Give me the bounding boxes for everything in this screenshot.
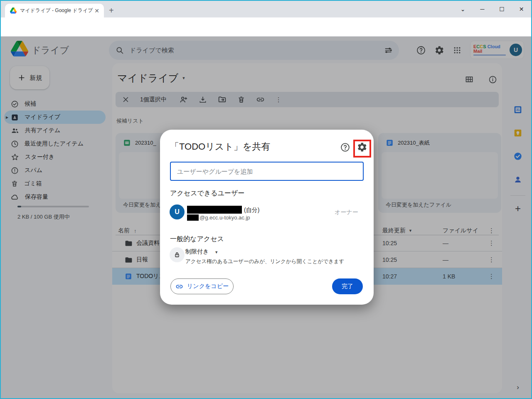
storage-progressbar: [17, 206, 89, 207]
row-menu-icon[interactable]: ⋮: [488, 251, 495, 268]
search-options-icon[interactable]: [384, 46, 392, 54]
share-dialog-title: 「TODOリスト」を共有: [170, 140, 270, 153]
clock-icon: [11, 140, 19, 148]
add-people-input[interactable]: [170, 162, 364, 181]
card-footer: 今日変更を加えたファイル: [386, 201, 451, 209]
window-chevron-icon[interactable]: ⌄: [453, 1, 473, 17]
page-title[interactable]: マイドライブ ▼: [117, 71, 185, 85]
suggestions-section-label: 候補リスト: [116, 117, 144, 125]
share-dialog: 「TODOリスト」を共有 アクセスできるユーザー U (自分) @g.ecc.u…: [160, 130, 374, 305]
copy-link-button[interactable]: リンクをコピー: [170, 278, 234, 294]
access-section-heading: アクセスできるユーザー: [170, 189, 244, 198]
sidebar-item-starred[interactable]: スター付き: [4, 150, 106, 164]
card-file-name: 202310_表紙: [398, 139, 430, 147]
docs-file-icon: [386, 139, 394, 147]
clear-selection-icon[interactable]: [122, 96, 129, 103]
browser-titlebar: マイドライブ - Google ドライブ ✕ + ⌄ ─ ☐ ✕: [1, 1, 531, 17]
sidebar-item-shared[interactable]: 共有アイテム: [4, 124, 106, 137]
svg-text:31: 31: [516, 108, 520, 112]
general-access-heading: 一般的なアクセス: [170, 235, 224, 244]
redacted-email-user: [187, 214, 199, 221]
search-placeholder: ドライブで検索: [130, 47, 174, 54]
link-icon: [175, 283, 183, 291]
help-icon[interactable]: [415, 44, 427, 56]
plus-icon: [17, 74, 26, 82]
trash-icon: [11, 180, 18, 187]
sidebar-item-trash[interactable]: ゴミ箱: [4, 177, 106, 190]
row-modified: 10:27: [382, 268, 397, 285]
calendar-icon[interactable]: 31: [513, 105, 523, 115]
lock-icon: [170, 247, 185, 262]
rail-divider: [510, 195, 525, 196]
annotation-highlight-box: [353, 140, 371, 158]
get-link-icon[interactable]: [256, 95, 265, 104]
storage-usage-text: 2 KB / 100 GB 使用中: [17, 213, 70, 221]
dialog-help-icon[interactable]: [339, 141, 351, 153]
search-icon: [116, 46, 124, 54]
delete-icon[interactable]: [237, 96, 245, 103]
alert-circle-icon: [11, 167, 19, 175]
new-button[interactable]: 新規: [10, 66, 49, 89]
check-circle-icon: [11, 100, 19, 108]
move-folder-icon[interactable]: [218, 95, 227, 104]
my-drive-icon: [11, 113, 19, 121]
tasks-icon[interactable]: [513, 151, 523, 161]
sort-desc-icon: ▼: [409, 229, 412, 233]
settings-gear-icon[interactable]: [433, 44, 445, 56]
keep-icon[interactable]: [513, 128, 523, 138]
download-icon[interactable]: [199, 96, 207, 104]
window-close-button[interactable]: ✕: [512, 1, 531, 17]
sheets-file-icon: [123, 139, 131, 147]
browser-tab[interactable]: マイドライブ - Google ドライブ ✕: [5, 4, 104, 17]
window-maximize-button[interactable]: ☐: [492, 1, 512, 17]
tab-close-icon[interactable]: ✕: [93, 7, 101, 14]
row-menu-icon[interactable]: ⋮: [488, 268, 495, 285]
screenshot-root: マイドライブ - Google ドライブ ✕ + ⌄ ─ ☐ ✕ ← → ⟳ d…: [0, 0, 532, 399]
card-file-name: 202310_: [135, 140, 156, 146]
access-level-dropdown[interactable]: 制限付き ▼: [185, 248, 218, 256]
row-name: 日報: [136, 251, 148, 268]
account-badge[interactable]: ECCS Cloud Mail U: [470, 41, 524, 59]
sidebar-item-my-drive[interactable]: ▶ マイドライブ: [4, 111, 106, 124]
dropdown-caret-icon: ▼: [214, 250, 218, 254]
contacts-icon[interactable]: [513, 175, 523, 185]
apps-grid-icon[interactable]: [451, 44, 463, 56]
window-minimize-button[interactable]: ─: [473, 1, 492, 17]
browser-toolbar: ← → ⟳ drive.google.com/drive/my-drive ☆ …: [1, 17, 531, 37]
info-icon[interactable]: [487, 74, 498, 85]
done-button[interactable]: 完了: [332, 278, 363, 294]
sidebar-item-suggested[interactable]: 候補: [4, 97, 106, 111]
card-preview: [382, 152, 498, 199]
folder-icon: [125, 251, 133, 268]
suggestion-card-docs[interactable]: 202310_表紙 今日変更を加えたファイル: [378, 133, 501, 213]
title-caret-icon: ▼: [182, 76, 185, 80]
owner-email-domain: @g.ecc.u-tokyo.ac.jp: [200, 214, 250, 221]
account-badge-subtext: [473, 54, 506, 56]
sidebar-item-spam[interactable]: スパム: [4, 164, 106, 177]
drive-search-input[interactable]: ドライブで検索: [109, 41, 399, 60]
sort-asc-icon: ↑: [134, 228, 137, 234]
share-add-person-icon[interactable]: [179, 95, 188, 104]
row-size: —: [443, 251, 448, 268]
tab-title: マイドライブ - Google ドライブ: [20, 7, 93, 14]
new-tab-button[interactable]: +: [109, 6, 114, 15]
people-icon: [11, 126, 19, 135]
sidebar-item-storage[interactable]: 保存容量: [4, 190, 106, 204]
redacted-owner-name: [187, 206, 242, 214]
owner-self-label: (自分): [244, 207, 259, 214]
more-actions-icon[interactable]: ⋮: [276, 96, 282, 103]
sidebar-item-recent[interactable]: 最近使用したアイテム: [4, 137, 106, 150]
row-menu-icon[interactable]: ⋮: [488, 235, 495, 251]
drive-logo-icon: [11, 41, 28, 57]
drive-avatar[interactable]: U: [510, 44, 522, 56]
collapse-panel-icon[interactable]: ›: [513, 382, 523, 392]
row-size: 1 KB: [443, 268, 455, 285]
selection-toolbar: 1個選択中 ⋮: [116, 92, 499, 107]
folder-icon: [125, 235, 133, 251]
expand-arrow-icon[interactable]: ▶: [6, 116, 8, 119]
get-addons-icon[interactable]: +: [513, 204, 523, 214]
grid-view-icon[interactable]: [464, 74, 475, 85]
row-modified: 10:25: [382, 235, 397, 251]
access-level-description: アクセス権のあるユーザーのみが、リンクから開くことができます: [185, 258, 344, 265]
cloud-icon: [11, 193, 19, 201]
